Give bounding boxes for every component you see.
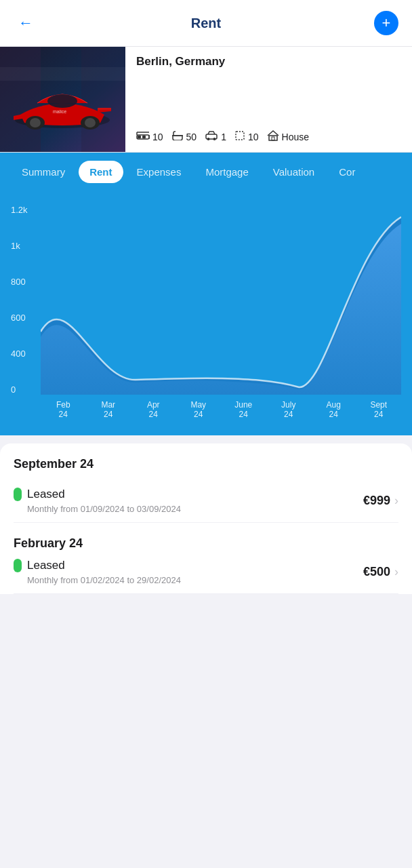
svg-rect-23 <box>236 132 244 140</box>
page-title: Rent <box>191 16 221 31</box>
stat-beds: 10 <box>136 130 163 144</box>
y-label-400: 400 <box>11 349 28 359</box>
property-location: Berlin, Germany <box>136 55 309 68</box>
stat-type: House <box>267 130 309 144</box>
tab-expenses[interactable]: Expenses <box>126 161 192 183</box>
tabs-bar: Summary Rent Expenses Mortgage Valuation… <box>0 153 412 191</box>
chart-y-axis: 1.2k 1k 800 600 400 0 <box>11 205 28 395</box>
svg-rect-3 <box>81 47 125 152</box>
x-label-mar: Mar24 <box>86 400 131 419</box>
car-icon <box>205 131 218 143</box>
area-value: 10 <box>248 132 259 142</box>
add-button[interactable]: + <box>374 11 398 35</box>
tab-cor[interactable]: Cor <box>328 161 366 183</box>
rental-title-row-feb: Leased <box>14 559 181 572</box>
property-type: House <box>282 132 309 142</box>
tab-rent[interactable]: Rent <box>79 161 123 183</box>
header: ← Rent + <box>0 0 412 47</box>
stat-garage: 1 <box>205 130 226 144</box>
leased-indicator-feb <box>14 559 22 572</box>
svg-rect-2 <box>0 47 41 152</box>
svg-point-22 <box>213 138 216 140</box>
rental-status-feb: Leased <box>27 559 65 572</box>
property-stats: 10 50 <box>136 130 309 144</box>
stat-area: 10 <box>234 130 259 144</box>
stat-baths: 50 <box>171 130 197 144</box>
y-label-600: 600 <box>11 313 28 323</box>
svg-rect-6 <box>98 108 111 110</box>
svg-point-5 <box>47 94 77 108</box>
tab-summary[interactable]: Summary <box>11 161 76 183</box>
svg-rect-24 <box>269 136 277 140</box>
svg-point-8 <box>30 118 41 127</box>
rental-description-sep: Monthly from 01/09/2024 to 03/09/2024 <box>27 504 181 514</box>
house-icon <box>267 130 279 144</box>
bath-icon <box>171 131 184 143</box>
chart-svg-wrapper <box>41 205 401 395</box>
y-label-0: 0 <box>11 384 28 395</box>
rental-right-sep: €999 › <box>363 494 398 508</box>
x-label-apr: Apr24 <box>131 400 176 419</box>
chevron-right-icon-feb: › <box>394 565 398 579</box>
chart-area: 1.2k 1k 800 600 400 0 <box>0 191 412 435</box>
x-label-feb: Feb24 <box>41 400 86 419</box>
x-label-july: July24 <box>266 400 312 419</box>
chart-x-axis: Feb24 Mar24 Apr24 May24 June24 July24 Au… <box>41 395 401 419</box>
property-card: malice Berlin, Germany <box>0 47 412 153</box>
y-label-800: 800 <box>11 277 28 287</box>
svg-text:malice: malice <box>53 109 66 114</box>
area-icon <box>234 130 245 144</box>
baths-value: 50 <box>186 132 197 142</box>
rental-right-feb: €500 › <box>363 565 398 579</box>
x-label-aug: Aug24 <box>311 400 356 419</box>
chevron-right-icon-sep: › <box>394 494 398 508</box>
svg-rect-12 <box>0 67 125 81</box>
rental-amount-feb: €500 <box>363 565 390 579</box>
svg-point-21 <box>207 138 210 140</box>
rental-item-sep[interactable]: Leased Monthly from 01/09/2024 to 03/09/… <box>14 479 398 523</box>
x-label-sept: Sept24 <box>356 400 402 419</box>
y-label-1200: 1.2k <box>11 205 28 215</box>
period-sep24: September 24 <box>14 443 398 479</box>
beds-value: 10 <box>152 132 163 142</box>
rental-left-sep: Leased Monthly from 01/09/2024 to 03/09/… <box>14 488 181 514</box>
svg-rect-14 <box>138 136 141 138</box>
property-info: Berlin, Germany 10 <box>125 47 320 152</box>
bed-icon <box>136 131 150 143</box>
leased-indicator-sep <box>14 488 22 501</box>
rental-item-feb[interactable]: Leased Monthly from 01/02/2024 to 29/02/… <box>14 551 398 594</box>
x-label-june: June24 <box>221 400 266 419</box>
x-label-may: May24 <box>176 400 222 419</box>
rental-amount-sep: €999 <box>363 494 390 508</box>
svg-rect-15 <box>142 136 146 138</box>
svg-point-10 <box>85 118 96 127</box>
rental-status-sep: Leased <box>27 488 65 501</box>
period-feb24: February 24 <box>14 523 398 551</box>
rental-left-feb: Leased Monthly from 01/02/2024 to 29/02/… <box>14 559 181 585</box>
rental-title-row-sep: Leased <box>14 488 181 501</box>
garage-value: 1 <box>221 132 226 142</box>
tab-valuation[interactable]: Valuation <box>262 161 325 183</box>
rental-description-feb: Monthly from 01/02/2024 to 29/02/2024 <box>27 575 181 585</box>
tab-mortgage[interactable]: Mortgage <box>194 161 259 183</box>
property-image: malice <box>0 47 125 152</box>
rental-list: September 24 Leased Monthly from 01/09/2… <box>0 443 412 594</box>
back-button[interactable]: ← <box>14 11 38 35</box>
y-label-1000: 1k <box>11 241 28 251</box>
